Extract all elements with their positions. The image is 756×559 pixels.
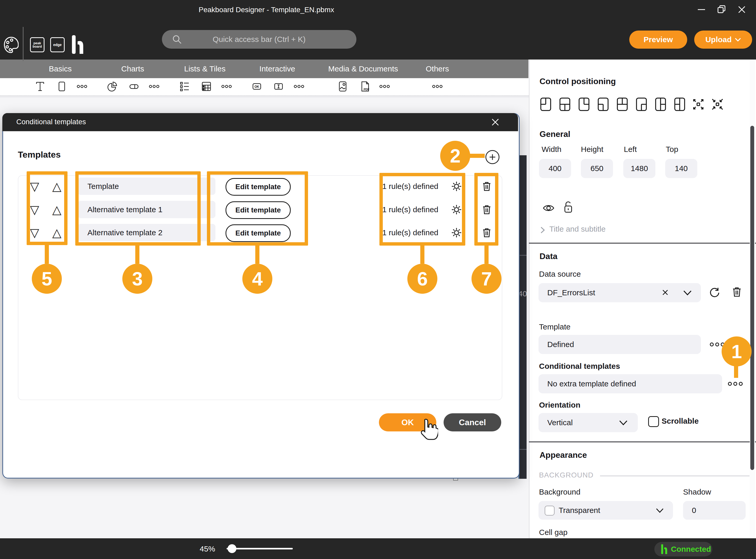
expand-control-icon[interactable] [692, 97, 705, 112]
annotation-circle-7: 7 [472, 264, 501, 294]
top-field[interactable]: 140 [665, 159, 697, 178]
rectangle-tool-icon[interactable] [54, 79, 69, 94]
dock-top-right-icon[interactable] [578, 97, 590, 112]
image-tool-icon[interactable] [335, 79, 350, 94]
text-tool-icon[interactable] [33, 79, 47, 94]
annotation-number: 3 [132, 268, 142, 290]
canvas-coordinate-label: 40 [518, 289, 527, 298]
peakboard-logo-text: peak board [31, 41, 44, 48]
hub-logo-icon[interactable] [72, 35, 83, 55]
button-tool-icon[interactable]: OK [250, 79, 264, 94]
control-toolbar: OK PDF [0, 78, 529, 95]
canvas-separator-line [519, 255, 526, 256]
tab-others[interactable]: Others [426, 60, 449, 78]
control-positioning-heading: Control positioning [540, 76, 616, 86]
delete-data-source-icon[interactable] [731, 286, 743, 298]
interactive-more-icon[interactable] [292, 79, 306, 94]
dock-bottom-right-icon[interactable] [635, 97, 647, 112]
list-tool-icon[interactable] [178, 79, 192, 94]
dock-left-column-icon[interactable] [674, 97, 686, 112]
peakboard-designer-window: 40 Peakboard Designer - Template_EN.pbmx… [0, 0, 756, 559]
annotation-box-delete [474, 173, 498, 246]
dock-top-split-icon[interactable] [616, 97, 629, 112]
hub-status-icon [661, 544, 668, 554]
width-field[interactable]: 400 [539, 159, 571, 178]
width-label: Width [542, 145, 562, 154]
edge-logo[interactable]: edge [50, 37, 65, 52]
pdf-tool-icon[interactable]: PDF [358, 79, 372, 94]
conditional-templates-field[interactable]: No extra template defined [539, 374, 722, 394]
template-field[interactable]: Defined [539, 335, 701, 354]
add-template-button[interactable] [486, 150, 499, 164]
dialog-title: Conditional templates [16, 118, 86, 126]
svg-text:OK: OK [255, 85, 259, 89]
orientation-chevron-icon[interactable] [619, 420, 628, 426]
tab-charts[interactable]: Charts [121, 60, 144, 78]
basics-more-icon[interactable] [75, 79, 89, 94]
cancel-button[interactable]: Cancel [444, 413, 501, 431]
annotation-stem-7 [485, 246, 489, 264]
clear-data-source-icon[interactable] [661, 288, 669, 296]
background-chevron-icon[interactable] [655, 508, 664, 513]
orientation-label: Orientation [539, 401, 581, 409]
collapse-control-icon[interactable] [711, 97, 724, 112]
conditional-templates-more-icon[interactable] [727, 380, 743, 387]
toolbar-shadow [0, 95, 529, 98]
tab-media-documents[interactable]: Media & Documents [328, 60, 398, 78]
cancel-button-label: Cancel [459, 418, 486, 427]
theme-palette-icon[interactable] [4, 36, 19, 55]
scrollable-checkbox[interactable] [648, 416, 659, 427]
zoom-slider[interactable] [227, 548, 293, 550]
gauge-tool-icon[interactable] [127, 79, 141, 94]
charts-more-icon[interactable] [147, 79, 161, 94]
left-field[interactable]: 1480 [623, 159, 655, 178]
tab-interactive[interactable]: Interactive [259, 60, 295, 78]
scrollable-label: Scrollable [662, 417, 699, 425]
others-more-icon[interactable] [430, 79, 445, 94]
height-field[interactable]: 650 [581, 159, 613, 178]
shadow-field[interactable]: 0 [683, 501, 746, 520]
close-window-button[interactable] [735, 3, 749, 16]
lists-more-icon[interactable] [219, 79, 234, 94]
lock-icon[interactable] [563, 200, 574, 214]
tab-basics[interactable]: Basics [49, 60, 72, 78]
dock-bottom-split-icon[interactable] [559, 97, 571, 112]
ok-button-label: OK [401, 418, 414, 427]
dialog-close-icon[interactable] [490, 116, 501, 128]
background-color-swatch[interactable] [545, 506, 554, 516]
dock-right-column-icon[interactable] [654, 97, 667, 112]
title-subtitle-expander[interactable]: Title and subtitle [549, 225, 606, 233]
orientation-value: Vertical [539, 418, 573, 427]
edge-logo-text: edge [53, 43, 62, 47]
peakboard-logo[interactable]: peak board [30, 37, 45, 52]
dock-bottom-left-icon[interactable] [597, 97, 609, 112]
data-source-field[interactable]: DF_ErrorsList [539, 283, 701, 302]
preview-button[interactable]: Preview [629, 30, 687, 49]
upload-button[interactable]: Upload [694, 30, 752, 49]
minimize-button[interactable] [694, 3, 709, 16]
connection-status-pill[interactable]: Connected [654, 542, 712, 556]
data-source-dropdown-icon[interactable] [683, 290, 692, 296]
table-tool-icon[interactable] [199, 79, 214, 94]
visibility-eye-icon[interactable] [542, 202, 555, 214]
dock-top-left-icon[interactable] [540, 97, 552, 112]
media-more-icon[interactable] [377, 79, 392, 94]
chevron-right-icon[interactable] [540, 226, 546, 234]
textinput-tool-icon[interactable] [271, 79, 286, 94]
annotation-circle-1: 1 [722, 336, 752, 366]
pie-chart-tool-icon[interactable] [105, 79, 119, 94]
quick-access-bar[interactable]: Quick access bar (Ctrl + K) [162, 30, 356, 49]
panel-scrollbar-thumb[interactable] [750, 126, 754, 470]
annotation-box-names [75, 171, 201, 246]
template-value: Defined [539, 340, 574, 349]
data-source-value: DF_ErrorsList [539, 288, 595, 297]
refresh-data-icon[interactable] [708, 286, 721, 299]
conditional-templates-label: Conditional templates [539, 362, 620, 371]
zoom-slider-knob[interactable] [228, 544, 236, 553]
tab-lists-tiles[interactable]: Lists & Tiles [184, 60, 226, 78]
window-title: Peakboard Designer - Template_EN.pbmx [0, 6, 533, 14]
restore-button[interactable] [714, 3, 729, 16]
background-dropdown[interactable]: Transparent [539, 501, 673, 520]
top-value: 140 [675, 164, 688, 173]
annotation-circle-5: 5 [32, 264, 62, 294]
